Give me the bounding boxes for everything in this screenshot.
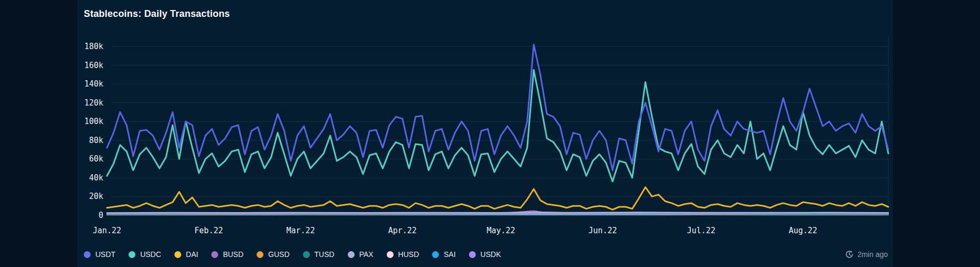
chart-footer: USDTUSDCDAIBUSDGUSDTUSDPAXHUSDSAIUSDK 2m… xyxy=(84,249,888,260)
legend-label: USDT xyxy=(95,250,115,259)
legend-item-husd[interactable]: HUSD xyxy=(387,250,419,259)
series-line-pax xyxy=(107,212,888,213)
legend-dot-usdk xyxy=(469,251,476,258)
x-axis-tick-label: May.22 xyxy=(487,226,515,235)
y-axis-tick-label: 60k xyxy=(89,154,103,164)
legend-dot-usdc xyxy=(129,251,135,258)
series-line-dai xyxy=(107,187,888,210)
legend-dot-tusd xyxy=(303,251,310,258)
chart-legend: USDTUSDCDAIBUSDGUSDTUSDPAXHUSDSAIUSDK xyxy=(84,250,501,259)
page: { "page": { "outer_background": "#04131f… xyxy=(0,0,980,267)
last-updated-badge[interactable]: 2min ago xyxy=(845,250,888,259)
legend-label: SAI xyxy=(444,250,456,259)
y-axis-tick-label: 120k xyxy=(84,98,103,108)
legend-dot-dai xyxy=(174,251,181,258)
legend-dot-pax xyxy=(348,251,355,258)
legend-dot-husd xyxy=(387,251,394,258)
legend-item-dai[interactable]: DAI xyxy=(174,250,198,259)
legend-label: PAX xyxy=(359,250,374,259)
legend-dot-gusd xyxy=(257,251,263,258)
legend-label: USDK xyxy=(481,250,501,259)
legend-dot-sai xyxy=(432,251,439,258)
x-axis-tick-label: Feb.22 xyxy=(194,226,223,235)
y-axis-tick-label: 140k xyxy=(84,79,103,89)
legend-label: DAI xyxy=(186,250,198,259)
legend-dot-busd xyxy=(211,251,218,258)
x-axis-tick-label: Mar.22 xyxy=(287,226,315,235)
daily-transactions-line-chart[interactable]: 020k40k60k80k100k120k140k160k180kJan.22F… xyxy=(77,0,893,267)
legend-label: BUSD xyxy=(223,250,243,259)
y-axis-tick-label: 40k xyxy=(89,173,103,183)
legend-label: USDC xyxy=(140,250,161,259)
legend-label: HUSD xyxy=(398,250,419,259)
legend-item-usdc[interactable]: USDC xyxy=(129,250,161,259)
y-axis-tick-label: 100k xyxy=(84,117,103,126)
last-updated-text: 2min ago xyxy=(857,250,888,259)
x-axis-tick-label: Jan.22 xyxy=(93,226,121,235)
legend-item-gusd[interactable]: GUSD xyxy=(257,250,289,259)
x-axis-tick-label: Apr.22 xyxy=(388,226,417,235)
y-axis-tick-label: 20k xyxy=(89,192,103,201)
y-axis-tick-label: 180k xyxy=(84,42,103,51)
legend-item-busd[interactable]: BUSD xyxy=(211,250,243,259)
legend-item-sai[interactable]: SAI xyxy=(432,250,456,259)
y-axis-tick-label: 80k xyxy=(89,136,103,145)
legend-item-usdt[interactable]: USDT xyxy=(84,250,115,259)
legend-item-pax[interactable]: PAX xyxy=(348,250,374,259)
y-axis-tick-label: 160k xyxy=(84,61,103,70)
x-axis-tick-label: Jul.22 xyxy=(687,226,716,235)
x-axis-tick-label: Jun.22 xyxy=(589,226,617,235)
stablecoins-transactions-card: Stablecoins: Daily Transactions 020k40k6… xyxy=(77,0,893,267)
legend-dot-usdt xyxy=(84,251,91,258)
x-axis-tick-label: Aug.22 xyxy=(789,226,817,235)
legend-item-usdk[interactable]: USDK xyxy=(469,250,501,259)
legend-label: GUSD xyxy=(268,250,289,259)
series-line-usdc xyxy=(107,70,888,182)
legend-item-tusd[interactable]: TUSD xyxy=(303,250,335,259)
series-line-usdt xyxy=(107,44,888,170)
legend-label: TUSD xyxy=(315,250,335,259)
y-axis-tick-label: 0 xyxy=(99,211,103,220)
refresh-clock-icon xyxy=(845,250,854,259)
